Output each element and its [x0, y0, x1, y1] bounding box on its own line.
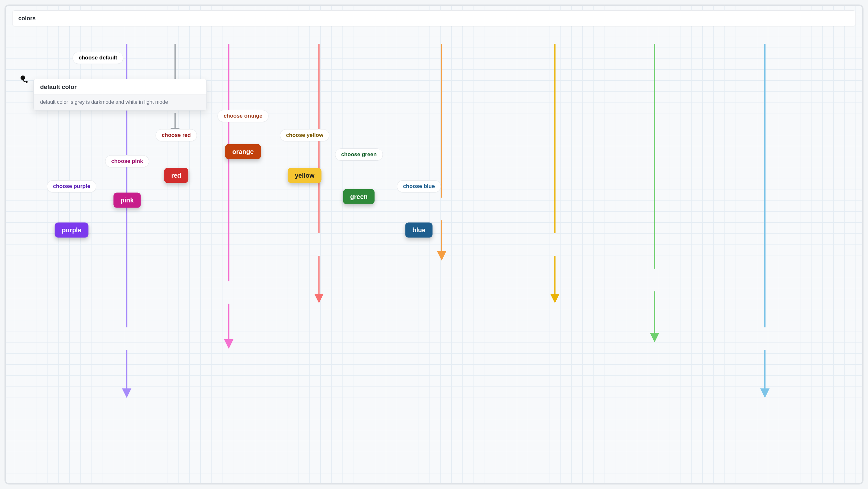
box-label: red	[171, 172, 181, 179]
box-label: yellow	[295, 172, 314, 179]
pill-choose-default[interactable]: choose default	[72, 52, 123, 64]
pill-label: choose default	[79, 55, 117, 61]
box-yellow[interactable]: yellow	[288, 168, 321, 183]
pill-choose-yellow[interactable]: choose yellow	[280, 129, 329, 141]
pill-choose-pink[interactable]: choose pink	[105, 155, 149, 167]
pill-choose-green[interactable]: choose green	[335, 148, 383, 161]
box-pink[interactable]: pink	[113, 193, 141, 208]
pill-label: choose blue	[403, 183, 435, 189]
page-title: colors	[18, 15, 36, 22]
box-purple[interactable]: purple	[55, 223, 88, 238]
box-label: blue	[412, 227, 425, 234]
initial-state-icon	[21, 76, 30, 85]
pill-choose-blue[interactable]: choose blue	[397, 180, 441, 193]
box-label: purple	[62, 227, 81, 234]
pill-label: choose orange	[224, 113, 262, 119]
box-red[interactable]: red	[164, 168, 188, 183]
pill-label: choose purple	[53, 183, 90, 189]
box-label: pink	[120, 197, 133, 204]
pill-label: choose pink	[111, 158, 143, 164]
pill-label: choose red	[162, 132, 191, 138]
pill-choose-purple[interactable]: choose purple	[47, 180, 96, 193]
pill-choose-orange[interactable]: choose orange	[218, 110, 269, 122]
default-color-heading: default color	[34, 79, 207, 94]
box-blue[interactable]: blue	[405, 223, 432, 238]
title-bar: colors	[12, 10, 856, 26]
pill-label: choose green	[341, 151, 377, 157]
diagram-frame: colors	[4, 4, 864, 485]
pill-choose-red[interactable]: choose red	[156, 129, 197, 141]
box-green[interactable]: green	[343, 189, 375, 204]
box-label: green	[350, 193, 368, 200]
box-label: orange	[232, 148, 254, 155]
default-color-card[interactable]: default color default color is grey is d…	[33, 79, 207, 111]
box-orange[interactable]: orange	[225, 144, 261, 160]
pill-label: choose yellow	[286, 132, 323, 138]
nodes-layer: choose default default color default col…	[6, 6, 862, 483]
default-color-body: default color is grey is darkmode and wh…	[34, 94, 207, 110]
